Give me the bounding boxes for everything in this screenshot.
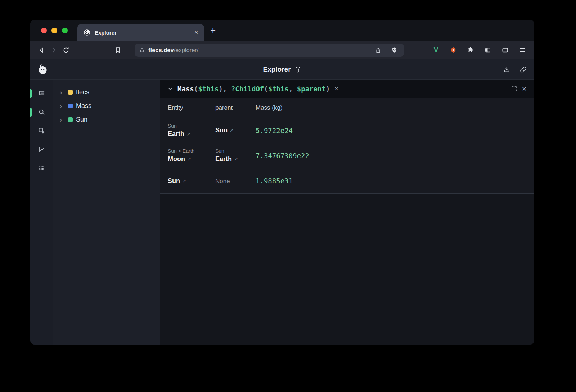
query-token: ): [219, 85, 222, 93]
column-header-entity: Entity: [168, 104, 215, 111]
table-row: SunEarth↗Sun↗5.9722e24: [160, 118, 534, 143]
table-row: Sun↗None1.9885e31: [160, 168, 534, 193]
collapse-chevron-icon[interactable]: [165, 84, 175, 94]
query-token: (: [264, 85, 268, 93]
query-token: (: [194, 85, 198, 93]
chevron-right-icon[interactable]: ›: [60, 89, 66, 96]
open-entity-arrow-icon: ↗: [234, 155, 238, 163]
query-expression[interactable]: Mass($this), ?ChildOf($this, $parent): [177, 85, 330, 93]
entity-link[interactable]: Sun: [215, 126, 228, 135]
page-title-group: Explorer: [30, 65, 534, 73]
column-header-mass: Mass (kg): [256, 104, 534, 111]
clear-query-button[interactable]: ✕: [334, 86, 339, 92]
explorer-header: Explorer: [30, 59, 534, 80]
table-body: SunEarth↗Sun↗5.9722e24Sun > EarthMoon↗Su…: [160, 118, 534, 193]
bookmark-icon[interactable]: [112, 44, 124, 56]
query-token: ): [326, 85, 330, 93]
entity-link[interactable]: Earth: [215, 155, 232, 163]
entity-cell: Sun > EarthMoon↗: [168, 148, 215, 163]
browser-window: Explorer ✕ + flecs.dev/explorer/: [30, 20, 534, 345]
parent-cell: None: [215, 177, 256, 185]
open-entity-arrow-icon: ↗: [186, 130, 190, 138]
active-panel-indicator: [30, 89, 32, 98]
query-header: Mass($this), ?ChildOf($this, $parent) ✕ …: [160, 80, 534, 98]
reload-button[interactable]: [60, 44, 72, 56]
entity-name-line: Earth↗: [168, 130, 212, 138]
entity-cell: Sun↗: [168, 177, 215, 185]
url-domain: flecs.dev: [148, 47, 174, 53]
tree-item-label: Mass: [76, 102, 91, 110]
query-search-icon[interactable]: [35, 106, 48, 119]
navigation-bar: flecs.dev/explorer/ V: [30, 41, 534, 59]
wallet-icon[interactable]: [499, 44, 511, 56]
browser-tab[interactable]: Explorer ✕: [77, 24, 204, 41]
url-path: /explorer/: [174, 47, 199, 53]
entity-link[interactable]: Moon: [168, 155, 185, 163]
address-bar[interactable]: flecs.dev/explorer/: [135, 44, 404, 57]
entity-path: Sun > Earth: [168, 148, 212, 154]
entity-name-line: Earth↗: [215, 155, 253, 163]
entity-name-line: Sun↗: [168, 177, 212, 185]
open-entity-arrow-icon: ↗: [230, 126, 234, 135]
tree-item[interactable]: ›flecs: [53, 85, 160, 99]
query-token: ,: [223, 85, 231, 93]
expand-fullscreen-icon[interactable]: [509, 84, 519, 94]
icon-rail: [30, 80, 53, 345]
new-tab-button[interactable]: +: [210, 26, 216, 35]
entity-name-line: Sun↗: [215, 126, 253, 135]
query-panel: Mass($this), ?ChildOf($this, $parent) ✕ …: [160, 80, 534, 345]
chevron-right-icon[interactable]: ›: [60, 116, 66, 123]
vue-devtools-icon[interactable]: V: [430, 44, 442, 56]
entity-link[interactable]: Sun: [168, 177, 180, 185]
back-button[interactable]: [35, 44, 48, 56]
tab-strip: Explorer ✕ +: [30, 20, 534, 41]
memory-panel-icon[interactable]: [35, 162, 48, 175]
tree-item[interactable]: ›Mass: [53, 99, 160, 113]
extensions-puzzle-icon[interactable]: [464, 44, 477, 56]
inspector-panel-icon[interactable]: [35, 124, 48, 137]
sidebar-toggle-icon[interactable]: [482, 44, 494, 56]
parent-cell: Sun↗: [215, 126, 256, 135]
forward-button[interactable]: [48, 44, 60, 56]
share-icon[interactable]: [373, 45, 383, 55]
entity-color-swatch: [68, 117, 73, 122]
tree-item-label: flecs: [76, 88, 89, 96]
entity-color-swatch: [68, 90, 73, 95]
menu-icon[interactable]: [516, 44, 528, 56]
mass-value: 7.34767309e22: [256, 152, 534, 160]
zoom-window-button[interactable]: [62, 28, 68, 33]
close-query-panel-button[interactable]: ✕: [519, 84, 529, 94]
tree-item[interactable]: ›Sun: [53, 113, 160, 126]
tree-item-label: Sun: [76, 116, 87, 123]
query-token: Mass: [177, 85, 194, 93]
query-token: ,: [289, 85, 297, 93]
minimize-window-button[interactable]: [51, 28, 57, 33]
entity-tree-panel: ›flecs›Mass›Sun: [53, 80, 160, 345]
close-window-button[interactable]: [41, 28, 47, 33]
open-entity-arrow-icon: ↗: [187, 155, 191, 163]
stats-panel-icon[interactable]: [35, 143, 48, 156]
window-controls: [41, 28, 68, 33]
chevron-right-icon[interactable]: ›: [60, 102, 66, 109]
entity-none-text: None: [215, 177, 230, 185]
table-row: Sun > EarthMoon↗SunEarth↗7.34767309e22: [160, 143, 534, 168]
tab-title: Explorer: [95, 29, 194, 36]
open-entity-arrow-icon: ↗: [182, 177, 186, 185]
entity-path: Sun: [168, 123, 212, 129]
query-result-table: Entity parent Mass (kg) SunEarth↗Sun↗5.9…: [160, 98, 534, 194]
header-actions: [502, 65, 528, 74]
hexagon-extension-icon[interactable]: [447, 44, 459, 56]
brave-shield-icon[interactable]: [389, 45, 400, 55]
table-header-row: Entity parent Mass (kg): [160, 98, 534, 118]
entity-color-swatch: [68, 104, 73, 108]
link-icon[interactable]: [518, 65, 528, 74]
download-icon[interactable]: [502, 65, 511, 74]
page-title: Explorer: [263, 65, 291, 73]
tab-close-button[interactable]: ✕: [194, 29, 198, 35]
active-panel-indicator: [30, 108, 32, 117]
entity-link[interactable]: Earth: [168, 130, 184, 138]
remote-connection-icon[interactable]: [294, 66, 302, 73]
entity-path: Sun: [215, 148, 253, 154]
tree-panel-icon[interactable]: [35, 87, 48, 100]
parent-cell: SunEarth↗: [215, 148, 256, 163]
